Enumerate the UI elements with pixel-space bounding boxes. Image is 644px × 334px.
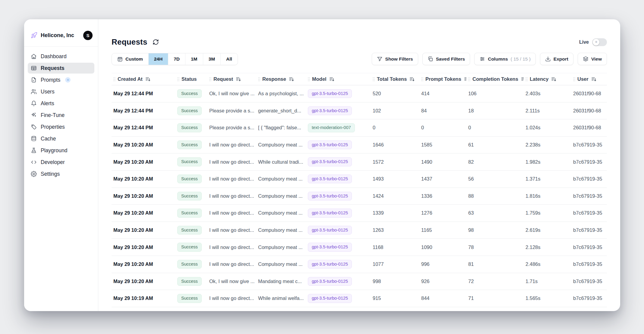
column-label: User [577,76,589,82]
columns-button[interactable]: Columns( 15 / 15 ) [474,53,536,65]
table-row[interactable]: May 29 10:20 AMSuccessOk, I will now giv… [112,273,607,290]
table-row[interactable]: May 29 10:20 AMSuccessI will now go dire… [112,137,607,154]
sort-icon[interactable] [409,77,415,82]
time-range-group: Custom24H7D1M3MAll [112,53,238,65]
cell-latency: 1.816s [524,193,571,199]
database-icon [31,136,37,142]
table-row[interactable]: May 29 10:20 AMSuccessI will now go dire… [112,153,607,171]
cell-model: gpt-3.5-turbo-0125 [306,157,371,166]
cell-user: b7c67919-35 [571,142,607,148]
drag-handle-icon[interactable] [525,77,528,82]
drag-handle-icon[interactable] [307,77,311,82]
sort-icon[interactable] [591,77,596,82]
column-header-response[interactable]: Response [256,76,306,82]
sort-icon[interactable] [521,77,524,82]
sort-icon[interactable] [464,77,466,82]
model-badge: gpt-3.5-turbo-0125 [308,243,352,251]
sidebar-item-developer[interactable]: Developer [28,157,94,168]
column-header-model[interactable]: Model [306,76,371,82]
cell-user: b7c67919-35 [571,193,607,199]
cell-latency: 1.71s [524,279,571,284]
drag-handle-icon[interactable] [372,77,375,82]
time-range-7d[interactable]: 7D [168,53,185,65]
org-switcher[interactable]: Helicone, Inc S [24,19,98,47]
cell-status: Success [175,260,207,269]
sidebar-item-playground[interactable]: Playground [28,145,94,156]
sort-icon[interactable] [289,77,294,82]
sort-icon[interactable] [329,77,334,82]
page-header: Requests Live ✳ [112,37,607,47]
drag-handle-icon[interactable] [177,77,180,82]
sidebar-item-prompts[interactable]: Prompts✳ [28,74,94,85]
table-row[interactable]: May 29 12:44 PMSuccessPlease provide a s… [112,102,607,120]
column-header-created-at[interactable]: Created At [112,76,175,82]
table-row[interactable]: May 29 10:20 AMSuccessI will now go dire… [112,188,607,205]
cell-completion-tokens: 18 [466,108,524,114]
time-range-1m[interactable]: 1M [185,53,203,65]
sidebar-item-cache[interactable]: Cache [28,133,94,144]
cell-prompt-tokens: 1437 [419,176,466,182]
table-row[interactable]: May 29 10:20 AMSuccessI will now go dire… [112,256,607,273]
refresh-button[interactable] [153,39,159,45]
model-badge: gpt-3.5-turbo-0125 [308,106,352,115]
cell-prompt-tokens: 996 [419,261,466,267]
time-range-24h[interactable]: 24H [148,53,168,65]
show-filters-button[interactable]: Show Filters [372,53,418,65]
column-label: Latency [530,76,548,82]
export-button[interactable]: Export [540,53,573,65]
model-badge: gpt-3.5-turbo-0125 [308,209,352,217]
saved-filters-button[interactable]: Saved Filters [422,53,470,65]
drag-handle-icon[interactable] [421,77,424,82]
sidebar-item-label: Users [41,89,55,95]
view-button[interactable]: View [578,53,607,65]
table-row[interactable]: May 29 10:19 AMSuccessI will now go dire… [112,290,607,307]
drag-handle-icon[interactable] [468,77,471,82]
table-row[interactable]: May 29 10:20 AMSuccessI will now go dire… [112,171,607,188]
time-range-all[interactable]: All [220,53,238,65]
table-row[interactable]: May 29 10:20 AMSuccessI will now go dire… [112,222,607,239]
sort-icon[interactable] [551,77,556,82]
model-badge: gpt-3.5-turbo-0125 [308,226,352,235]
sidebar-item-users[interactable]: Users [28,86,94,97]
column-header-request[interactable]: Request [207,76,256,82]
cell-prompt-tokens: 1585 [419,142,466,148]
column-header-total-tokens[interactable]: Total Tokens [371,76,419,82]
table-row[interactable]: May 29 10:20 AMSuccessI will now go dire… [112,205,607,222]
status-badge: Success [177,106,202,115]
time-range-3m[interactable]: 3M [203,53,221,65]
cell-total-tokens: 915 [371,295,419,301]
column-header-prompt-tokens[interactable]: Prompt Tokens [419,76,466,82]
column-header-user[interactable]: User [571,76,607,82]
code-icon [31,159,37,165]
column-header-completion-tokens[interactable]: Completion Tokens [466,76,524,82]
drag-handle-icon[interactable] [209,77,212,82]
table-row[interactable]: May 29 12:44 PMSuccessOk, I will now giv… [112,85,607,102]
table-header-row: Created AtStatusRequestResponseModelTota… [112,73,607,85]
cell-status: Success [175,226,207,235]
table-row[interactable]: May 29 10:20 AMSuccessI will now go dire… [112,239,607,256]
sidebar-item-requests[interactable]: Requests [28,63,94,74]
cell-created-at: May 29 10:20 AM [112,193,175,199]
table-row[interactable]: May 29 12:44 PMSuccessPlease provide a s… [112,119,607,137]
column-header-status[interactable]: Status [175,76,207,82]
column-label: Response [262,76,286,82]
sidebar-item-dashboard[interactable]: Dashboard [28,51,94,62]
cell-completion-tokens: 98 [466,227,524,233]
sidebar-item-settings[interactable]: Settings [28,169,94,179]
status-badge: Success [177,294,202,303]
cell-latency: 2.111s [524,108,571,114]
drag-handle-icon[interactable] [573,77,576,82]
sidebar-item-alerts[interactable]: Alerts [28,98,94,109]
drag-handle-icon[interactable] [113,77,116,82]
live-toggle[interactable]: ✳ [592,38,607,46]
sort-icon[interactable] [145,77,150,82]
calendar-icon [117,56,123,62]
status-badge: Success [177,209,202,217]
sidebar-item-fine-tune[interactable]: Fine-Tune [28,110,94,121]
time-range-custom[interactable]: Custom [112,53,148,65]
drag-handle-icon[interactable] [257,77,261,82]
avatar[interactable]: S [83,31,93,40]
column-header-latency[interactable]: Latency [524,76,571,82]
sort-icon[interactable] [236,77,241,82]
sidebar-item-properties[interactable]: Properties [28,121,94,132]
